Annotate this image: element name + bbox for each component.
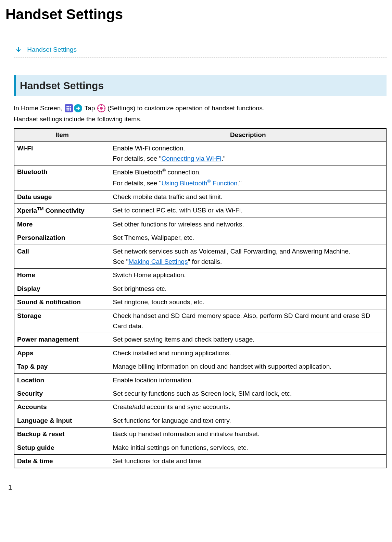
table-row: Apps Check installed and running applica… — [14, 346, 386, 360]
table-row: Home Switch Home application. — [14, 269, 386, 282]
table-row: Security Set security functions such as … — [14, 387, 386, 401]
link-call-settings[interactable]: Making Call Settings — [128, 258, 188, 265]
desc-accounts: Create/add accounts and sync accounts. — [110, 401, 386, 414]
table-row: Backup & reset Back up handset informati… — [14, 428, 386, 441]
table-row: Storage Check handset and SD Card memory… — [14, 309, 386, 333]
item-accounts: Accounts — [14, 401, 110, 414]
item-text: Connectivity — [43, 207, 84, 214]
svg-point-4 — [66, 108, 68, 109]
desc-bluetooth: Enable Bluetooth® connection. For detail… — [110, 165, 386, 190]
svg-point-1 — [66, 106, 68, 107]
svg-point-6 — [70, 108, 71, 109]
table-row: Sound & notification Set ringtone, touch… — [14, 296, 386, 309]
desc-text: " for details. — [188, 258, 222, 265]
link-bluetooth[interactable]: Using Bluetooth® Function — [161, 180, 237, 187]
desc-backup: Back up handset information and initiali… — [110, 428, 386, 441]
desc-apps: Check installed and running applications… — [110, 346, 386, 360]
desc-sound: Set ringtone, touch sounds, etc. — [110, 296, 386, 309]
section-heading: Handset Settings — [14, 75, 387, 96]
desc-wifi: Enable Wi-Fi connection. For details, se… — [110, 141, 386, 165]
table-row: Setup guide Make initial settings on fun… — [14, 441, 386, 454]
item-power: Power management — [14, 333, 110, 346]
item-bluetooth: Bluetooth — [14, 165, 110, 190]
desc-text: See " — [113, 258, 129, 265]
table-row: Wi-Fi Enable Wi-Fi connection. For detai… — [14, 141, 386, 165]
link-wifi[interactable]: Connecting via Wi-Fi — [161, 155, 221, 162]
table-row: Accounts Create/add accounts and sync ac… — [14, 401, 386, 414]
desc-personalization: Set Themes, Wallpaper, etc. — [110, 231, 386, 245]
item-text: Xperia — [17, 207, 37, 214]
svg-point-12 — [100, 107, 103, 110]
table-row: More Set other functions for wireless an… — [14, 218, 386, 231]
table-row: Display Set brightness etc. — [14, 282, 386, 295]
item-backup: Backup & reset — [14, 428, 110, 441]
table-row: Call Set network services such as Voicem… — [14, 245, 386, 269]
desc-location: Enable location information. — [110, 373, 386, 387]
settings-gear-icon — [97, 104, 106, 113]
item-security: Security — [14, 387, 110, 401]
desc-display: Set brightness etc. — [110, 282, 386, 295]
item-apps: Apps — [14, 346, 110, 360]
intro-paragraph: In Home Screen, Tap (Setting — [14, 103, 387, 125]
desc-power: Set power saving items and check battery… — [110, 333, 386, 346]
desc-text: Set network services such as Voicemail, … — [113, 248, 351, 255]
desc-storage: Check handset and SD Card memory space. … — [110, 309, 386, 333]
desc-text: ." — [222, 155, 226, 162]
table-row: Power management Set power saving items … — [14, 333, 386, 346]
toc: Handset Settings — [14, 42, 387, 58]
desc-text: Enable Wi-Fi connection. — [113, 145, 185, 152]
svg-point-9 — [70, 109, 71, 111]
intro-text-3: Handset settings include the following i… — [14, 115, 142, 123]
item-sound: Sound & notification — [14, 296, 110, 309]
settings-table: Item Description Wi-Fi Enable Wi-Fi conn… — [14, 128, 387, 468]
item-xperia: XperiaTM Connectivity — [14, 204, 110, 218]
item-date-time: Date & time — [14, 454, 110, 468]
table-header-description: Description — [110, 128, 386, 141]
table-row: Location Enable location information. — [14, 373, 386, 387]
table-header-item: Item — [14, 128, 110, 141]
desc-text: ." — [238, 180, 242, 187]
svg-point-3 — [70, 106, 71, 107]
desc-setup: Make initial settings on functions, serv… — [110, 441, 386, 454]
table-row: Bluetooth Enable Bluetooth® connection. … — [14, 165, 386, 190]
item-display: Display — [14, 282, 110, 295]
toc-link-handset-settings[interactable]: Handset Settings — [27, 46, 77, 53]
item-setup: Setup guide — [14, 441, 110, 454]
link-text: Using Bluetooth — [161, 180, 207, 187]
svg-point-2 — [68, 106, 69, 107]
intro-text-1: In Home Screen, — [14, 104, 64, 112]
table-row: Language & input Set functions for langu… — [14, 414, 386, 427]
intro-text-2: (Settings) to customize operation of han… — [108, 104, 264, 112]
desc-date-time: Set functions for date and time. — [110, 454, 386, 468]
desc-text: For details, see " — [113, 155, 162, 162]
svg-point-7 — [66, 109, 68, 111]
item-location: Location — [14, 373, 110, 387]
item-home: Home — [14, 269, 110, 282]
svg-point-5 — [68, 108, 69, 109]
item-storage: Storage — [14, 309, 110, 333]
item-data-usage: Data usage — [14, 190, 110, 204]
page-number: 1 — [8, 482, 387, 492]
link-text: Function — [211, 180, 237, 187]
desc-call: Set network services such as Voicemail, … — [110, 245, 386, 269]
desc-security: Set security functions such as Screen lo… — [110, 387, 386, 401]
table-row: Tap & pay Manage billing information on … — [14, 360, 386, 373]
item-personalization: Personalization — [14, 231, 110, 245]
intro-text-tap: Tap — [85, 104, 97, 112]
page-title: Handset Settings — [5, 3, 387, 28]
desc-text: Enable Bluetooth — [113, 169, 163, 176]
down-arrow-icon — [15, 47, 22, 53]
desc-language: Set functions for language and text entr… — [110, 414, 386, 427]
desc-more: Set other functions for wireless and net… — [110, 218, 386, 231]
table-row: Personalization Set Themes, Wallpaper, e… — [14, 231, 386, 245]
table-row: Data usage Check mobile data traffic and… — [14, 190, 386, 204]
item-more: More — [14, 218, 110, 231]
desc-tap-pay: Manage billing information on cloud and … — [110, 360, 386, 373]
desc-text: connection. — [166, 169, 201, 176]
desc-data-usage: Check mobile data traffic and set limit. — [110, 190, 386, 204]
item-tap-pay: Tap & pay — [14, 360, 110, 373]
desc-text: For details, see " — [113, 180, 162, 187]
item-wifi: Wi-Fi — [14, 141, 110, 165]
desc-xperia: Set to connect PC etc. with USB or via W… — [110, 204, 386, 218]
svg-point-8 — [68, 109, 69, 111]
